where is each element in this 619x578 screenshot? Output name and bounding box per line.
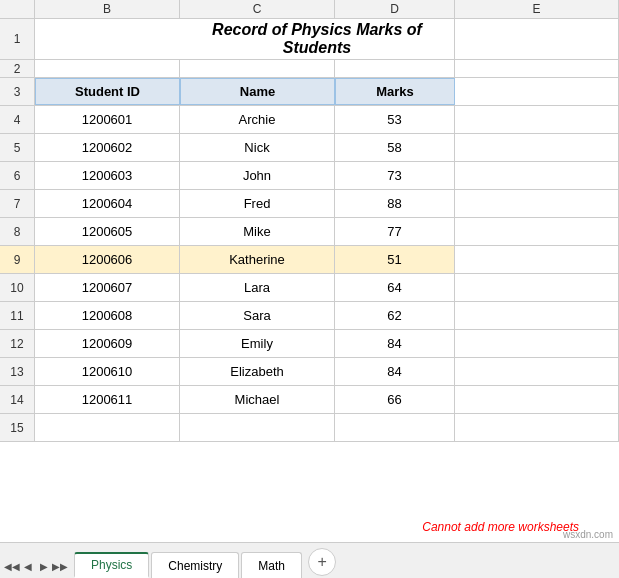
nav-last-arrow[interactable]: ▶▶ (52, 558, 68, 574)
col-header-b: B (35, 0, 180, 18)
header-name: Name (180, 78, 335, 105)
cell-2-e[interactable] (455, 60, 619, 77)
cell-12-e[interactable] (455, 330, 619, 357)
watermark: wsxdn.com (563, 529, 613, 540)
cell-name[interactable]: Archie (180, 106, 335, 133)
col-header-d: D (335, 0, 455, 18)
header-student-id: Student ID (35, 78, 180, 105)
tab-physics[interactable]: Physics (74, 552, 149, 578)
cell-name[interactable]: Katherine (180, 246, 335, 273)
cell-student-id[interactable]: 1200609 (35, 330, 180, 357)
cell-student-id[interactable]: 1200607 (35, 274, 180, 301)
cell-4-e[interactable] (455, 106, 619, 133)
row-num-9: 9 (0, 246, 35, 273)
cell-student-id[interactable]: 1200606 (35, 246, 180, 273)
table-row: 5 1200602 Nick 58 (0, 134, 619, 162)
tab-chemistry[interactable]: Chemistry (151, 552, 239, 578)
table-row: 11 1200608 Sara 62 (0, 302, 619, 330)
cell-15-c[interactable] (180, 414, 335, 441)
cell-13-e[interactable] (455, 358, 619, 385)
cell-10-e[interactable] (455, 274, 619, 301)
cell-15-b[interactable] (35, 414, 180, 441)
cell-14-e[interactable] (455, 386, 619, 413)
cell-marks[interactable]: 53 (335, 106, 455, 133)
table-row: 14 1200611 Michael 66 (0, 386, 619, 414)
cell-8-e[interactable] (455, 218, 619, 245)
cell-7-e[interactable] (455, 190, 619, 217)
cell-marks[interactable]: 66 (335, 386, 455, 413)
sheet-nav-arrows: ◀◀ ◀ ▶ ▶▶ (4, 558, 68, 574)
cell-1-e[interactable] (455, 19, 619, 59)
spreadsheet: B C D E 1 Record of Physics Marks of Stu… (0, 0, 619, 542)
cell-5-e[interactable] (455, 134, 619, 161)
error-message: Cannot add more worksheets (422, 520, 579, 534)
cell-marks[interactable]: 77 (335, 218, 455, 245)
cell-student-id[interactable]: 1200605 (35, 218, 180, 245)
nav-first-arrow[interactable]: ◀◀ (4, 558, 20, 574)
cell-name[interactable]: Mike (180, 218, 335, 245)
table-row: 3 Student ID Name Marks (0, 78, 619, 106)
cell-3-e[interactable] (455, 78, 619, 105)
table-row: 6 1200603 John 73 (0, 162, 619, 190)
col-header-e: E (455, 0, 619, 18)
cell-name[interactable]: Sara (180, 302, 335, 329)
cell-marks[interactable]: 51 (335, 246, 455, 273)
cell-2-b[interactable] (35, 60, 180, 77)
nav-prev-arrow[interactable]: ◀ (20, 558, 36, 574)
cell-9-e[interactable] (455, 246, 619, 273)
cell-marks[interactable]: 62 (335, 302, 455, 329)
row-num-12: 12 (0, 330, 35, 357)
row-num-2: 2 (0, 60, 35, 77)
cell-marks[interactable]: 58 (335, 134, 455, 161)
row-num-5: 5 (0, 134, 35, 161)
table-row: 10 1200607 Lara 64 (0, 274, 619, 302)
cell-15-d[interactable] (335, 414, 455, 441)
cell-student-id[interactable]: 1200602 (35, 134, 180, 161)
table-row: 7 1200604 Fred 88 (0, 190, 619, 218)
row-num-8: 8 (0, 218, 35, 245)
tab-math[interactable]: Math (241, 552, 302, 578)
cell-student-id[interactable]: 1200608 (35, 302, 180, 329)
cell-15-e[interactable] (455, 414, 619, 441)
cell-2-d[interactable] (335, 60, 455, 77)
row-num-4: 4 (0, 106, 35, 133)
row-num-1: 1 (0, 19, 35, 59)
cell-marks[interactable]: 84 (335, 330, 455, 357)
cell-name[interactable]: Michael (180, 386, 335, 413)
cell-student-id[interactable]: 1200611 (35, 386, 180, 413)
cell-name[interactable]: Nick (180, 134, 335, 161)
cell-name[interactable]: Fred (180, 190, 335, 217)
cell-marks[interactable]: 73 (335, 162, 455, 189)
row-num-6: 6 (0, 162, 35, 189)
cell-student-id[interactable]: 1200604 (35, 190, 180, 217)
cell-marks[interactable]: 88 (335, 190, 455, 217)
row-num-11: 11 (0, 302, 35, 329)
table-row: 4 1200601 Archie 53 (0, 106, 619, 134)
cell-11-e[interactable] (455, 302, 619, 329)
row-num-14: 14 (0, 386, 35, 413)
col-header-a (0, 0, 35, 18)
cell-student-id[interactable]: 1200601 (35, 106, 180, 133)
add-sheet-button[interactable]: + (308, 548, 336, 576)
cell-2-c[interactable] (180, 60, 335, 77)
cell-name[interactable]: Elizabeth (180, 358, 335, 385)
row-num-13: 13 (0, 358, 35, 385)
cell-name[interactable]: Emily (180, 330, 335, 357)
column-headers: B C D E (0, 0, 619, 19)
col-header-c: C (180, 0, 335, 18)
table-row: 9 1200606 Katherine 51 (0, 246, 619, 274)
table-row: 13 1200610 Elizabeth 84 (0, 358, 619, 386)
cell-6-e[interactable] (455, 162, 619, 189)
cell-1-b[interactable] (35, 19, 180, 59)
cell-student-id[interactable]: 1200610 (35, 358, 180, 385)
cell-marks[interactable]: 64 (335, 274, 455, 301)
grid: 1 Record of Physics Marks of Students 2 … (0, 19, 619, 542)
row-num-10: 10 (0, 274, 35, 301)
cell-name[interactable]: John (180, 162, 335, 189)
cell-marks[interactable]: 84 (335, 358, 455, 385)
table-row: 2 (0, 60, 619, 78)
nav-next-arrow[interactable]: ▶ (36, 558, 52, 574)
cell-student-id[interactable]: 1200603 (35, 162, 180, 189)
table-row: 8 1200605 Mike 77 (0, 218, 619, 246)
cell-name[interactable]: Lara (180, 274, 335, 301)
